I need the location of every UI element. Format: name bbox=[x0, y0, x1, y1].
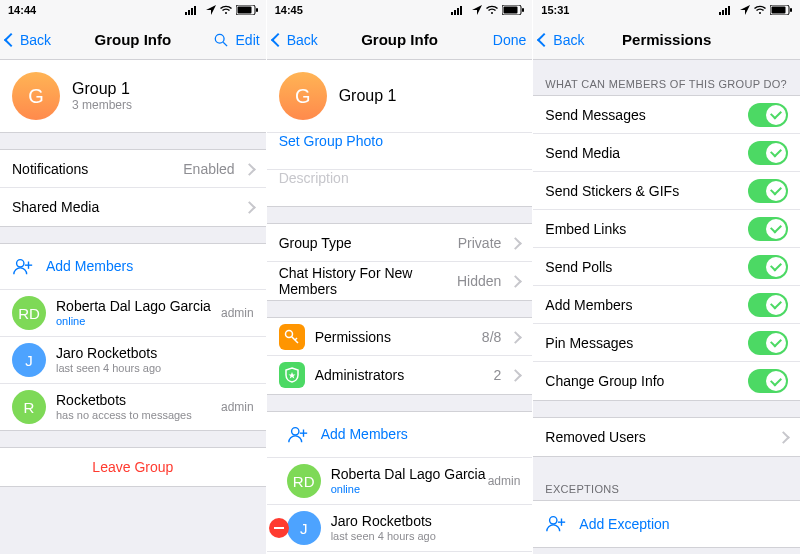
svg-marker-22 bbox=[288, 372, 295, 379]
battery-icon bbox=[236, 5, 258, 15]
setting-row[interactable]: Notifications Enabled bbox=[0, 150, 266, 188]
toggle-switch[interactable] bbox=[748, 369, 788, 393]
signal-icon bbox=[451, 5, 469, 15]
member-status: online bbox=[56, 315, 211, 328]
member-avatar: RD bbox=[287, 464, 321, 498]
signal-icon bbox=[719, 5, 737, 15]
chevron-right-icon bbox=[779, 428, 788, 446]
toggle-switch[interactable] bbox=[748, 293, 788, 317]
chevron-right-icon bbox=[245, 160, 254, 178]
edit-button[interactable]: Edit bbox=[236, 32, 260, 48]
back-button[interactable]: Back bbox=[539, 32, 601, 48]
svg-rect-31 bbox=[771, 7, 785, 14]
permission-label: Pin Messages bbox=[545, 335, 633, 351]
admin-row-key[interactable]: Permissions 8/8 bbox=[267, 318, 533, 356]
permission-row: Send Polls bbox=[533, 248, 800, 286]
removed-users-button[interactable]: Removed Users bbox=[533, 418, 800, 456]
member-row[interactable]: RD Roberta Dal Lago Garcia online admin bbox=[0, 290, 266, 337]
status-time: 14:45 bbox=[275, 4, 303, 16]
wifi-icon bbox=[753, 5, 767, 15]
group-header: G Group 1 3 members bbox=[0, 60, 266, 133]
permission-label: Add Members bbox=[545, 297, 632, 313]
key-icon bbox=[279, 324, 305, 350]
member-row[interactable]: RD Roberta Dal Lago Garcia online admin bbox=[267, 458, 533, 505]
svg-point-33 bbox=[550, 517, 557, 524]
permission-row: Pin Messages bbox=[533, 324, 800, 362]
add-exception-button[interactable]: Add Exception bbox=[533, 501, 800, 547]
member-avatar: RD bbox=[12, 296, 46, 330]
screen-group-info-view: 14:44 Back Group Info Edit G Group 1 3 m… bbox=[0, 0, 267, 554]
setting-label: Group Type bbox=[279, 235, 458, 251]
toggle-switch[interactable] bbox=[748, 255, 788, 279]
wifi-icon bbox=[485, 5, 499, 15]
members-section: Add Members RD Roberta Dal Lago Garcia o… bbox=[267, 411, 533, 554]
setting-row[interactable]: Group Type Private bbox=[267, 224, 533, 262]
permission-row: Change Group Info bbox=[533, 362, 800, 400]
done-button[interactable]: Done bbox=[493, 32, 526, 48]
leave-group-button[interactable]: Leave Group bbox=[0, 448, 266, 486]
status-time: 14:44 bbox=[8, 4, 36, 16]
set-group-photo-button[interactable]: Set Group Photo bbox=[267, 133, 533, 169]
member-row[interactable]: R Rocketbots has no access to messages a… bbox=[0, 384, 266, 430]
screen-group-info-edit: 14:45 Back Group Info Done G Group 1 Set… bbox=[267, 0, 534, 554]
add-members-button[interactable]: Add Members bbox=[267, 412, 533, 458]
setting-row[interactable]: Chat History For New Members Hidden bbox=[267, 262, 533, 300]
add-member-icon bbox=[12, 256, 34, 278]
svg-rect-3 bbox=[194, 6, 196, 15]
chevron-right-icon bbox=[245, 198, 254, 216]
svg-rect-17 bbox=[504, 7, 518, 14]
chevron-right-icon bbox=[511, 366, 520, 384]
location-icon bbox=[740, 5, 750, 15]
wifi-icon bbox=[219, 5, 233, 15]
star-icon bbox=[279, 362, 305, 388]
svg-point-7 bbox=[215, 34, 224, 43]
svg-rect-6 bbox=[256, 8, 258, 12]
toggle-switch[interactable] bbox=[748, 179, 788, 203]
permission-row: Send Messages bbox=[533, 96, 800, 134]
member-name: Roberta Dal Lago Garcia bbox=[331, 466, 486, 483]
member-name: Rocketbots bbox=[56, 392, 192, 409]
admin-row-star[interactable]: Administrators 2 bbox=[267, 356, 533, 394]
member-status: has no access to messages bbox=[56, 409, 192, 422]
permission-label: Embed Links bbox=[545, 221, 626, 237]
toggle-switch[interactable] bbox=[748, 141, 788, 165]
setting-row[interactable]: Shared Media bbox=[0, 188, 266, 226]
member-row[interactable]: J Jaro Rocketbots last seen 4 hours ago bbox=[267, 505, 533, 552]
svg-rect-14 bbox=[457, 8, 459, 15]
group-name-input[interactable]: Group 1 bbox=[339, 87, 397, 105]
back-button[interactable]: Back bbox=[273, 32, 335, 48]
svg-rect-26 bbox=[719, 12, 721, 15]
description-input[interactable]: Description bbox=[267, 170, 533, 206]
status-bar: 14:44 bbox=[0, 0, 266, 20]
battery-icon bbox=[502, 5, 524, 15]
page-title: Permissions bbox=[601, 31, 732, 48]
setting-label: Notifications bbox=[12, 161, 183, 177]
toggle-switch[interactable] bbox=[748, 103, 788, 127]
group-members-count: 3 members bbox=[72, 98, 132, 112]
permission-row: Add Members bbox=[533, 286, 800, 324]
setting-value: Private bbox=[458, 234, 521, 252]
svg-rect-13 bbox=[454, 10, 456, 15]
nav-bar: Back Permissions bbox=[533, 20, 800, 60]
permission-row: Embed Links bbox=[533, 210, 800, 248]
svg-point-9 bbox=[17, 259, 24, 266]
toggle-switch[interactable] bbox=[748, 217, 788, 241]
search-icon[interactable] bbox=[214, 33, 228, 47]
leave-section: Leave Group bbox=[0, 447, 266, 487]
settings-section: Notifications Enabled Shared Media bbox=[0, 149, 266, 227]
back-button[interactable]: Back bbox=[6, 32, 68, 48]
permission-row: Send Stickers & GIFs bbox=[533, 172, 800, 210]
admin-section: Permissions 8/8 Administrators 2 bbox=[267, 317, 533, 395]
svg-rect-1 bbox=[188, 10, 190, 15]
member-row[interactable]: J Jaro Rocketbots last seen 4 hours ago bbox=[0, 337, 266, 384]
member-name: Jaro Rocketbots bbox=[56, 345, 161, 362]
member-name: Roberta Dal Lago Garcia bbox=[56, 298, 211, 315]
toggle-switch[interactable] bbox=[748, 331, 788, 355]
svg-rect-0 bbox=[185, 12, 187, 15]
group-avatar[interactable]: G bbox=[279, 72, 327, 120]
delete-icon[interactable] bbox=[269, 518, 289, 538]
add-members-button[interactable]: Add Members bbox=[0, 244, 266, 290]
chevron-right-icon bbox=[511, 234, 520, 252]
member-avatar: J bbox=[12, 343, 46, 377]
group-avatar: G bbox=[12, 72, 60, 120]
